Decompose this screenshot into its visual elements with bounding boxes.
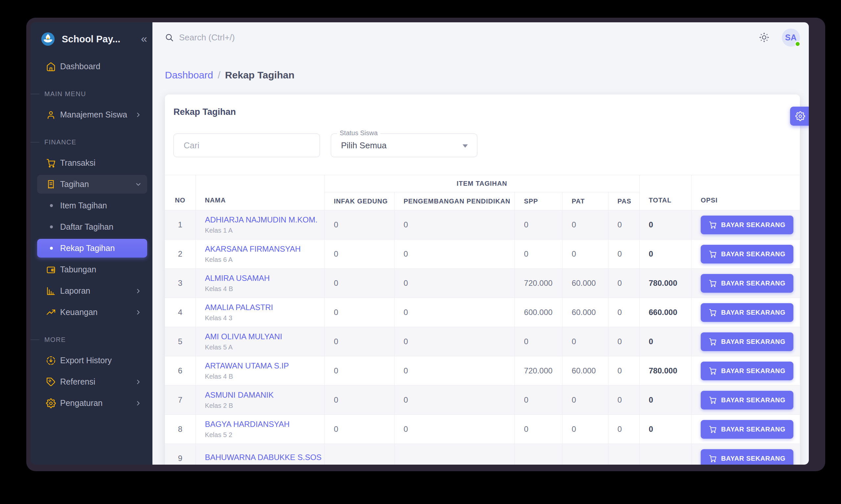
app-window: School Pay... « Dashboard MAIN MENU Mana… (26, 18, 825, 471)
table-row: 3ALMIRA USAMAHKelas 4 B00720.00060.00007… (165, 269, 800, 298)
sidebar-item-referensi[interactable]: Referensi (37, 373, 147, 391)
column-header-opsi: OPSI (691, 175, 800, 210)
sidebar-item-daftar-tagihan[interactable]: Daftar Tagihan (37, 218, 147, 236)
column-header-pas: PAS (608, 192, 639, 210)
cell-pat: 0 (562, 327, 608, 356)
cell-opsi: BAYAR SEKARANG (691, 356, 800, 385)
column-header-total: TOTAL (639, 175, 691, 210)
sidebar-item-pengaturan[interactable]: Pengaturan (37, 394, 147, 412)
select-caret-icon (463, 144, 468, 148)
bayar-sekarang-button[interactable]: BAYAR SEKARANG (701, 362, 793, 380)
student-name-link[interactable]: AKARSANA FIRMANSYAH (205, 245, 325, 254)
bayar-sekarang-button[interactable]: BAYAR SEKARANG (701, 245, 793, 264)
cell-opsi: BAYAR SEKARANG (691, 210, 800, 239)
pay-button-label: BAYAR SEKARANG (721, 455, 786, 462)
student-name-link[interactable]: ADHIARJA NAJMUDIN M.KOM. (205, 215, 325, 224)
row-number: 6 (165, 356, 195, 385)
sidebar-item-item-tagihan[interactable]: Item Tagihan (37, 196, 147, 215)
sidebar-collapse-icon[interactable]: « (141, 33, 147, 44)
student-class: Kelas 4 B (205, 373, 325, 380)
card-title: Rekap Tagihan (165, 94, 800, 117)
pay-button-label: BAYAR SEKARANG (721, 280, 786, 287)
bayar-sekarang-button[interactable]: BAYAR SEKARANG (701, 420, 793, 439)
cell-pas: 0 (608, 298, 639, 327)
pay-button-label: BAYAR SEKARANG (721, 367, 786, 375)
cell-pengembangan-pendidikan: 0 (394, 327, 515, 356)
cell-spp: 720.000 (515, 356, 562, 385)
customizer-gear-button[interactable] (790, 107, 809, 126)
cart-icon (709, 279, 717, 287)
bayar-sekarang-button[interactable]: BAYAR SEKARANG (701, 332, 793, 351)
student-cell: AKARSANA FIRMANSYAHKelas 6 A (195, 239, 325, 269)
bayar-sekarang-button[interactable]: BAYAR SEKARANG (701, 216, 793, 234)
cari-input[interactable]: Cari (173, 133, 320, 157)
cell-pas: 0 (608, 269, 639, 298)
screen: School Pay... « Dashboard MAIN MENU Mana… (0, 0, 841, 504)
sidebar-item-manajemen-siswa[interactable]: Manajemen Siswa (37, 105, 147, 124)
student-name-link[interactable]: ALMIRA USAMAH (205, 274, 325, 283)
sidebar-item-keuangan[interactable]: Keuangan (37, 303, 147, 322)
breadcrumb-dashboard-link[interactable]: Dashboard (165, 70, 213, 81)
bayar-sekarang-button[interactable]: BAYAR SEKARANG (701, 449, 793, 465)
table-row: 5AMI OLIVIA MULYANIKelas 5 A000000BAYAR … (165, 327, 800, 356)
cell-opsi: BAYAR SEKARANG (691, 298, 800, 327)
student-cell: ADHIARJA NAJMUDIN M.KOM.Kelas 1 A (195, 210, 325, 239)
cell-infak-gedung: 0 (325, 239, 394, 269)
sidebar-item-tagihan[interactable]: Tagihan (37, 175, 147, 194)
search-input[interactable]: Search (Ctrl+/) (165, 33, 235, 43)
rekap-table: NO NAMA ITEM TAGIHAN TOTAL OPSI INFAK GE… (165, 175, 800, 465)
student-name-link[interactable]: ARTAWAN UTAMA S.IP (205, 361, 325, 371)
sidebar-item-export-history[interactable]: Export History (37, 351, 147, 370)
bayar-sekarang-button[interactable]: BAYAR SEKARANG (701, 391, 793, 410)
cell-pengembangan-pendidikan: 0 (394, 239, 515, 269)
receipt-icon (46, 179, 56, 189)
cell-total: 0 (639, 385, 691, 415)
cell-pengembangan-pendidikan: 0 (394, 385, 515, 415)
bullet-icon (50, 247, 53, 250)
pay-button-label: BAYAR SEKARANG (721, 309, 786, 316)
column-header-pengembangan-pendidikan: PENGEMBANGAN PENDIDIKAN (394, 192, 515, 210)
cell-infak-gedung: 0 (325, 327, 394, 356)
sidebar-item-label: Laporan (60, 286, 90, 295)
student-name-link[interactable]: BAHUWARNA DABUKKE S.SOS (205, 453, 325, 462)
online-status-dot (795, 41, 801, 47)
sidebar-item-label: Daftar Tagihan (60, 222, 113, 232)
row-number: 3 (165, 269, 195, 298)
cart-icon (709, 396, 717, 404)
column-header-no: NO (165, 175, 195, 210)
avatar[interactable]: SA (782, 29, 800, 47)
cell-spp: 0 (515, 415, 562, 444)
bullet-icon (50, 226, 53, 228)
cart-icon (709, 425, 717, 433)
sidebar-item-label: Tagihan (60, 179, 89, 189)
column-group-item-tagihan: ITEM TAGIHAN (325, 175, 639, 192)
status-siswa-select[interactable]: Status Siswa Pilih Semua (331, 133, 477, 157)
chevron-down-icon (135, 181, 142, 188)
sidebar-item-rekap-tagihan[interactable]: Rekap Tagihan (37, 239, 147, 257)
cell-infak-gedung: 0 (325, 385, 394, 415)
sidebar-item-dashboard[interactable]: Dashboard (37, 57, 147, 76)
cell-pengembangan-pendidikan: 0 (394, 356, 515, 385)
bayar-sekarang-button[interactable]: BAYAR SEKARANG (701, 303, 793, 322)
student-name-link[interactable]: ASMUNI DAMANIK (205, 391, 325, 400)
sidebar-item-transaksi[interactable]: Transaksi (37, 154, 147, 172)
search-icon (165, 33, 174, 42)
sun-icon[interactable] (759, 32, 769, 43)
user-icon (46, 110, 56, 120)
student-class: Kelas 5 A (205, 344, 325, 351)
table-row: 4AMALIA PALASTRIKelas 4 300600.00060.000… (165, 298, 800, 327)
sidebar-item-laporan[interactable]: Laporan (37, 282, 147, 300)
student-class: Kelas 6 A (205, 256, 325, 264)
cell-opsi: BAYAR SEKARANG (691, 327, 800, 356)
student-name-link[interactable]: AMI OLIVIA MULYANI (205, 332, 325, 341)
bayar-sekarang-button[interactable]: BAYAR SEKARANG (701, 274, 793, 293)
cell-opsi: BAYAR SEKARANG (691, 415, 800, 444)
cell-pengembangan-pendidikan (394, 444, 515, 465)
sidebar-item-tabungan[interactable]: Tabungan (37, 260, 147, 279)
bar-chart-icon (46, 286, 56, 296)
cell-pas: 0 (608, 210, 639, 239)
cell-pengembangan-pendidikan: 0 (394, 269, 515, 298)
student-name-link[interactable]: AMALIA PALASTRI (205, 303, 325, 312)
student-name-link[interactable]: BAGYA HARDIANSYAH (205, 420, 325, 429)
pay-button-label: BAYAR SEKARANG (721, 221, 786, 229)
